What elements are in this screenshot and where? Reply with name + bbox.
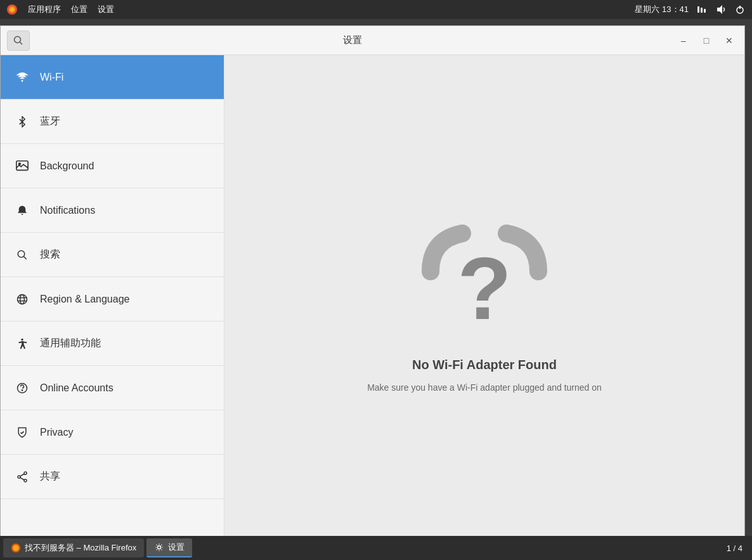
no-wifi-illustration: ? xyxy=(412,214,557,348)
power-icon[interactable] xyxy=(734,4,746,15)
sidebar-item-accessibility[interactable]: 通用辅助功能 xyxy=(1,322,224,366)
svg-point-22 xyxy=(22,389,22,390)
minimize-button[interactable]: – xyxy=(675,32,692,49)
sidebar-label-background: Background xyxy=(40,160,94,172)
sidebar-item-region[interactable]: Region & Language xyxy=(1,277,224,322)
notifications-icon xyxy=(13,202,31,219)
window-controls: – □ ✕ xyxy=(675,32,738,49)
svg-point-13 xyxy=(19,162,21,164)
sidebar-label-notifications: Notifications xyxy=(40,205,95,216)
topbar-left: 应用程序 位置 设置 xyxy=(6,4,114,15)
sidebar-label-online-accounts: Online Accounts xyxy=(40,382,113,394)
maximize-button[interactable]: □ xyxy=(697,32,715,49)
firefox-icon xyxy=(11,543,21,553)
taskbar-item-firefox[interactable]: 找不到服务器 – Mozilla Firefox xyxy=(3,538,144,557)
topbar-right: 星期六 13：41 xyxy=(635,4,746,15)
svg-point-26 xyxy=(18,475,20,478)
settings-window: 设置 – □ ✕ Wi-Fi xyxy=(0,25,745,552)
svg-text:?: ? xyxy=(457,238,512,338)
settings-task-icon xyxy=(154,542,164,552)
svg-rect-3 xyxy=(697,6,699,13)
menu-app[interactable]: 应用程序 xyxy=(28,4,61,15)
taskbar-item-settings[interactable]: 设置 xyxy=(146,538,192,557)
svg-point-16 xyxy=(18,294,27,304)
svg-marker-6 xyxy=(717,5,722,14)
sidebar-item-wifi[interactable]: Wi-Fi xyxy=(1,55,224,100)
close-button[interactable]: ✕ xyxy=(720,32,738,49)
app-logo-icon xyxy=(6,4,18,15)
svg-line-29 xyxy=(20,478,24,480)
svg-rect-5 xyxy=(704,9,706,13)
sidebar-label-privacy: Privacy xyxy=(40,427,73,438)
svg-line-15 xyxy=(23,256,27,259)
window-body: Wi-Fi 蓝牙 xyxy=(1,55,744,551)
sidebar-label-bluetooth: 蓝牙 xyxy=(40,115,60,128)
taskbar-label-settings: 设置 xyxy=(168,542,185,553)
window-title: 设置 xyxy=(30,34,675,46)
svg-rect-4 xyxy=(701,8,703,13)
main-content-panel: ? No Wi-Fi Adapter Found Make sure you h… xyxy=(224,55,744,551)
taskbar-label-firefox: 找不到服务器 – Mozilla Firefox xyxy=(25,542,136,554)
region-icon xyxy=(13,290,31,308)
no-wifi-subtitle: Make sure you have a Wi-Fi adapter plugg… xyxy=(367,382,602,393)
svg-point-11 xyxy=(22,80,23,82)
no-wifi-title: No Wi-Fi Adapter Found xyxy=(412,358,557,372)
privacy-icon xyxy=(13,424,31,441)
svg-line-10 xyxy=(20,42,23,44)
sidebar-item-search[interactable]: 搜索 xyxy=(1,233,224,277)
svg-point-9 xyxy=(15,36,21,42)
taskbar: 找不到服务器 – Mozilla Firefox 设置 1 / 4 xyxy=(0,536,752,560)
sidebar-label-search: 搜索 xyxy=(40,248,60,261)
svg-point-2 xyxy=(11,8,14,11)
search-button[interactable] xyxy=(7,30,30,51)
topbar-time: 星期六 13：41 xyxy=(635,4,689,15)
volume-icon xyxy=(715,4,727,15)
menu-settings[interactable]: 设置 xyxy=(98,4,114,15)
sidebar-label-wifi: Wi-Fi xyxy=(40,72,63,83)
sharing-icon xyxy=(13,468,31,486)
network-icon xyxy=(696,4,708,15)
svg-point-33 xyxy=(158,546,161,549)
svg-point-32 xyxy=(13,545,19,551)
sidebar-item-bluetooth[interactable]: 蓝牙 xyxy=(1,100,224,144)
bluetooth-icon xyxy=(13,113,31,131)
online-accounts-icon xyxy=(13,379,31,397)
titlebar: 设置 – □ ✕ xyxy=(1,26,744,55)
sidebar-item-notifications[interactable]: Notifications xyxy=(1,188,224,233)
background-icon xyxy=(13,157,31,175)
sidebar-label-region: Region & Language xyxy=(40,294,129,305)
svg-point-17 xyxy=(20,294,25,304)
sidebar-label-accessibility: 通用辅助功能 xyxy=(40,337,101,350)
svg-point-14 xyxy=(18,251,25,257)
no-wifi-container: ? No Wi-Fi Adapter Found Make sure you h… xyxy=(367,214,602,393)
svg-line-28 xyxy=(20,474,24,476)
svg-line-24 xyxy=(22,431,23,433)
svg-point-27 xyxy=(24,479,27,481)
sidebar: Wi-Fi 蓝牙 xyxy=(1,55,224,551)
search-nav-icon xyxy=(13,246,31,264)
sidebar-item-sharing[interactable]: 共享 xyxy=(1,455,224,499)
sidebar-item-privacy[interactable]: Privacy xyxy=(1,410,224,455)
sidebar-item-online-accounts[interactable]: Online Accounts xyxy=(1,366,224,410)
svg-point-25 xyxy=(24,472,27,474)
svg-point-20 xyxy=(21,338,23,340)
topbar: 应用程序 位置 设置 星期六 13：41 xyxy=(0,0,752,19)
wifi-icon xyxy=(13,68,31,86)
taskbar-pager: 1 / 4 xyxy=(720,544,749,553)
sidebar-item-background[interactable]: Background xyxy=(1,144,224,188)
search-icon xyxy=(13,36,23,46)
sidebar-label-sharing: 共享 xyxy=(40,470,60,483)
accessibility-icon xyxy=(13,335,31,353)
menu-location[interactable]: 位置 xyxy=(71,4,88,15)
